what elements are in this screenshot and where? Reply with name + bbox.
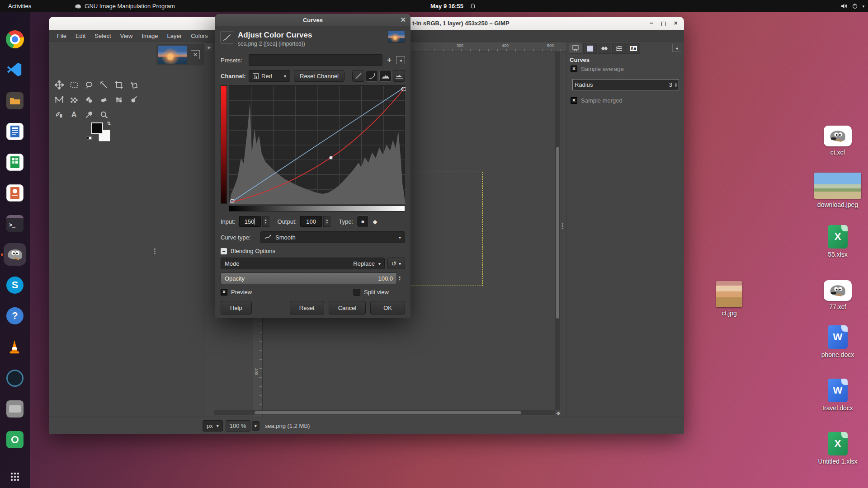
radius-slider[interactable]: Radius 3 ▴▾ [572,79,679,90]
pane-handle[interactable]: ••• [154,248,156,255]
checkbox-checked-icon[interactable]: × [571,97,577,104]
desktop-icon-travel-docx[interactable]: W travel.docx [813,379,863,412]
curve-type-select[interactable]: Smooth ▾ [260,231,405,243]
fuzzy-select-tool[interactable] [96,77,111,92]
heal-tool[interactable] [111,92,126,107]
curve-control-point[interactable] [330,156,333,160]
blend-space-reset-button[interactable]: ↺▾ [387,258,405,269]
dock-item-vlc[interactable] [6,338,24,357]
tab-fonts[interactable]: Aa [627,43,640,54]
maximize-icon[interactable] [661,22,666,26]
activities-button[interactable]: Activities [0,3,39,9]
desktop-icon-ct-jpg[interactable]: ct.jpg [704,281,754,317]
dock-item-chrome[interactable] [6,30,24,48]
free-select-tool[interactable] [81,77,96,92]
presets-select[interactable] [249,54,382,66]
opacity-spinner[interactable]: ▴▾ [399,276,405,281]
navigation-icon[interactable]: ✥ [555,410,561,417]
dock-item-skype[interactable]: S [6,276,24,294]
import-export-icon[interactable]: ◂ [396,56,405,64]
dock-item-vscode[interactable] [6,61,24,79]
handle-transform-tool[interactable] [52,92,66,107]
vertical-scrollbar[interactable] [555,52,560,410]
desktop-icon-download-jpeg[interactable]: download.jpeg [790,173,868,208]
dock-item-lens-app[interactable] [6,369,24,387]
menu-file[interactable]: File [52,31,71,41]
input-spinner[interactable]: ▴▾ [262,216,269,227]
zoom-value-box[interactable]: 100 % [226,420,250,432]
dock-collapse-icon[interactable]: ◂ [672,44,681,52]
output-spinner[interactable]: ▴▾ [323,216,330,227]
crop-tool[interactable] [111,77,126,92]
text-tool[interactable]: A [66,107,81,122]
ink-tool[interactable] [52,107,66,122]
opacity-slider[interactable]: Opacity 100.0 [221,272,397,284]
log-histogram-toggle[interactable] [393,70,405,82]
paintbrush-tool[interactable] [81,92,96,107]
dock-item-help[interactable]: ? [6,307,24,325]
cancel-button[interactable]: Cancel [329,301,366,314]
dialog-titlebar[interactable]: Curves ✕ [215,14,410,26]
transform-tool[interactable] [126,77,141,92]
close-image-icon[interactable]: ✕ [191,50,200,59]
menu-layer[interactable]: Layer [163,31,187,41]
menu-view[interactable]: View [116,31,137,41]
swap-colors-icon[interactable]: ⇅ [107,121,111,127]
preview-option[interactable]: × Preview [221,289,252,296]
ok-button[interactable]: OK [370,301,405,314]
close-icon[interactable]: × [674,19,678,27]
foreground-color[interactable] [91,122,103,134]
menu-edit[interactable]: Edit [71,31,90,41]
menu-select[interactable]: Select [90,31,115,41]
checkbox-unchecked-icon[interactable]: × [354,289,360,296]
collapse-icon[interactable]: − [221,248,227,254]
gradient-tool[interactable] [66,92,81,107]
linear-curve-toggle[interactable] [352,70,364,82]
horizontal-scrollbar-thumb[interactable] [255,411,521,414]
desktop-icon-phone-docx[interactable]: W phone.docx [813,325,863,358]
dock-item-gimp[interactable] [6,245,24,263]
desktop-icon-55-xlsx[interactable]: X 55.xlsx [813,225,863,258]
linear-histogram-toggle[interactable] [379,70,392,82]
smudge-tool[interactable] [126,92,141,107]
tab-patterns[interactable] [583,43,597,54]
system-status-area[interactable]: ▾ [841,3,864,9]
dock-item-writer[interactable] [6,122,24,141]
show-applications-button[interactable] [6,469,24,484]
unit-select[interactable]: px ▾ [203,420,223,432]
sample-average-option[interactable]: × Sample average [571,66,624,72]
dock-item-files[interactable] [6,92,24,110]
vertical-scrollbar-thumb[interactable] [556,147,559,319]
sample-merged-option[interactable]: × Sample merged [571,97,623,104]
point-type-corner[interactable]: ◆ [369,216,381,227]
mode-select[interactable]: Mode Replace ▾ [221,258,385,269]
clock-menu[interactable]: May 9 16:55 [430,3,476,9]
smooth-curve-toggle[interactable] [366,70,378,82]
close-icon[interactable]: ✕ [400,16,406,24]
color-picker-tool[interactable] [81,107,96,122]
zoom-select[interactable]: ▾ [252,421,259,431]
desktop-icon-77-xcf[interactable]: 77.xcf [813,280,863,310]
dock-item-impress[interactable] [6,184,24,202]
eraser-tool[interactable] [96,92,111,107]
reset-button[interactable]: Reset [290,301,324,314]
move-tool[interactable] [52,77,66,92]
desktop-icon-untitled-xlsx[interactable]: X Untitled 1.xlsx [813,432,863,465]
checkbox-checked-icon[interactable]: × [221,289,227,296]
dock-item-calc[interactable] [6,153,24,171]
desktop-icon-ct-xcf[interactable]: ct.xcf [813,126,863,156]
image-tab[interactable]: ✕ [156,44,204,66]
output-field[interactable]: 100 [300,216,322,227]
horizontal-scrollbar[interactable] [214,410,555,415]
canvas-menu-button[interactable]: ▶ [205,42,214,52]
radius-spinner[interactable]: ▴▾ [675,82,677,88]
split-view-option[interactable]: × Split view [354,289,389,296]
menu-colors[interactable]: Colors [186,31,212,41]
add-preset-icon[interactable]: + [387,56,392,65]
input-field[interactable]: 150 [239,216,261,227]
menu-image[interactable]: Image [137,31,162,41]
channel-select[interactable]: Red ▾ [249,70,290,82]
pane-handle[interactable]: ••• [561,223,564,230]
tab-gradients[interactable] [612,43,626,54]
default-colors-icon[interactable] [87,136,92,141]
